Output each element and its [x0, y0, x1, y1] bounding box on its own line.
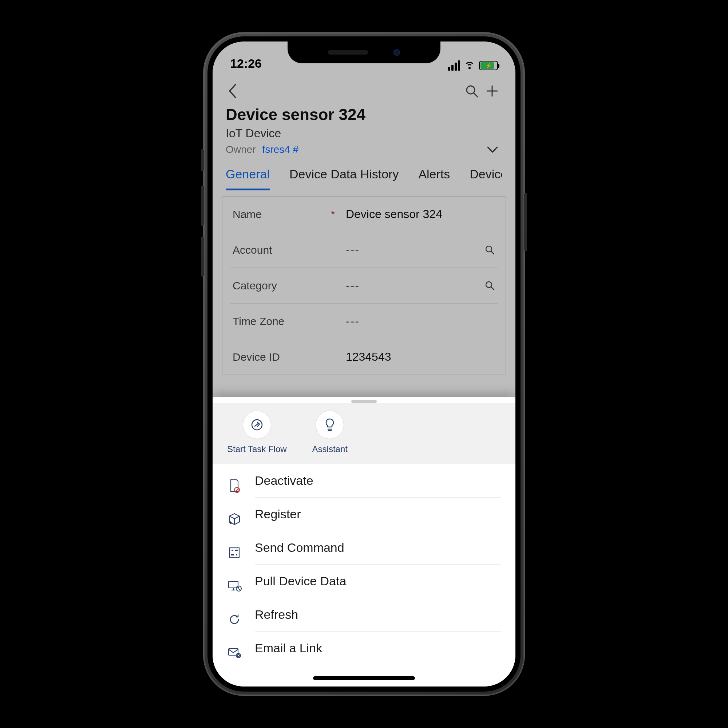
volume-up-button	[201, 186, 204, 226]
action-label: Pull Device Data	[255, 574, 501, 598]
quick-action-label: Assistant	[312, 444, 348, 454]
home-indicator[interactable]	[313, 676, 415, 680]
deactivate-icon	[228, 478, 241, 493]
quick-start-task-flow[interactable]: Start Task Flow	[227, 411, 287, 454]
svg-point-14	[231, 550, 233, 551]
phone-frame: 12:26 ⚡	[204, 33, 524, 695]
action-sheet: Start Task Flow Assistant Deact	[213, 397, 515, 687]
notch	[288, 41, 440, 63]
mute-switch	[201, 149, 204, 171]
refresh-icon	[228, 613, 241, 626]
pull-data-icon	[227, 580, 242, 592]
power-button	[524, 193, 527, 251]
action-label: Send Command	[255, 541, 501, 564]
package-icon	[228, 512, 241, 526]
sheet-grabber[interactable]	[351, 400, 377, 403]
action-pull-device-data[interactable]: Pull Device Data	[213, 564, 515, 598]
task-flow-icon	[250, 418, 264, 432]
svg-point-23	[236, 653, 241, 658]
action-register[interactable]: Register	[213, 498, 515, 531]
action-email-link[interactable]: Email a Link	[213, 632, 515, 665]
action-refresh[interactable]: Refresh	[213, 598, 515, 632]
action-label: Deactivate	[255, 474, 501, 498]
action-label: Email a Link	[255, 641, 501, 665]
action-label: Refresh	[255, 607, 501, 632]
action-deactivate[interactable]: Deactivate	[213, 464, 515, 498]
lightbulb-icon	[323, 418, 336, 432]
quick-assistant[interactable]: Assistant	[312, 411, 348, 454]
email-link-icon	[228, 648, 241, 658]
svg-rect-17	[231, 554, 234, 555]
svg-point-16	[236, 554, 237, 555]
volume-down-button	[201, 237, 204, 277]
quick-action-label: Start Task Flow	[227, 444, 287, 454]
svg-rect-13	[230, 548, 239, 557]
action-label: Register	[255, 507, 501, 531]
svg-rect-15	[235, 550, 238, 551]
command-icon	[228, 546, 241, 559]
action-send-command[interactable]: Send Command	[213, 531, 515, 564]
